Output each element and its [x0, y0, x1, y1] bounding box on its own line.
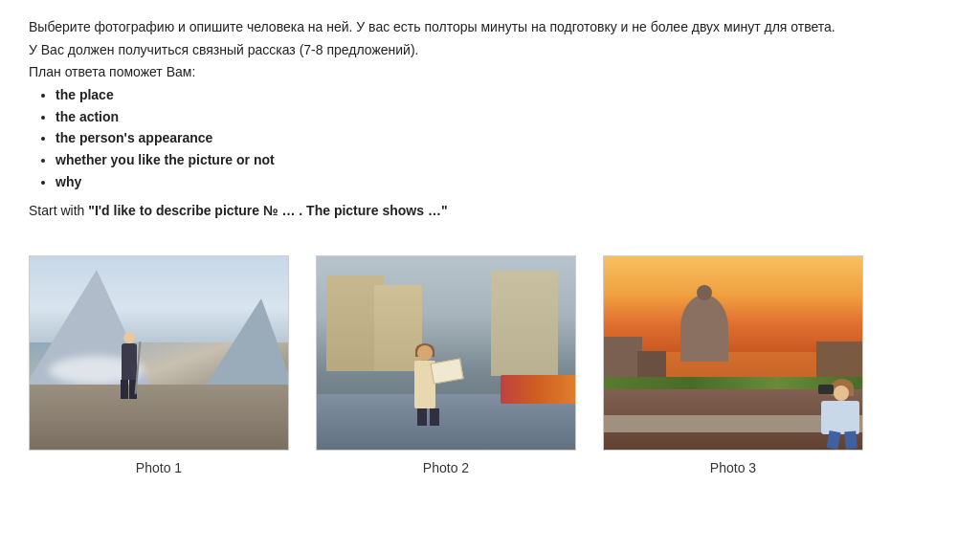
start-instruction: Start with "I'd like to describe picture… [29, 201, 951, 222]
photo-label-2: Photo 2 [423, 460, 469, 475]
plan-item-action: the action [56, 107, 951, 128]
photo-box-2[interactable] [316, 255, 576, 451]
photo-item-2[interactable]: Photo 2 [316, 255, 576, 475]
instruction-line2: У Вас должен получиться связный рассказ … [29, 40, 951, 61]
plan-list: the place the action the person's appear… [29, 85, 951, 192]
photo-box-3[interactable] [603, 255, 863, 451]
plan-item-place: the place [56, 85, 951, 106]
photo2-image [317, 256, 576, 451]
photo1-image [30, 256, 289, 451]
photo-label-1: Photo 1 [136, 460, 182, 475]
instructions-block: Выберите фотографию и опишите человека н… [29, 17, 951, 221]
plan-label: План ответа поможет Вам: [29, 62, 951, 83]
start-quote: "I'd like to describe picture № … . The … [88, 203, 447, 218]
photos-section: Photo 1 [29, 255, 951, 475]
photo-item-1[interactable]: Photo 1 [29, 255, 289, 475]
photo-item-3[interactable]: Photo 3 [603, 255, 863, 475]
plan-item-like: whether you like the picture or not [56, 150, 951, 171]
instruction-line1: Выберите фотографию и опишите человека н… [29, 17, 951, 38]
photo3-image [604, 256, 863, 451]
page-container: Выберите фотографию и опишите человека н… [29, 17, 951, 475]
photo-box-1[interactable] [29, 255, 289, 451]
plan-item-appearance: the person's appearance [56, 128, 951, 149]
plan-item-why: why [56, 172, 951, 193]
photo-label-3: Photo 3 [710, 460, 756, 475]
